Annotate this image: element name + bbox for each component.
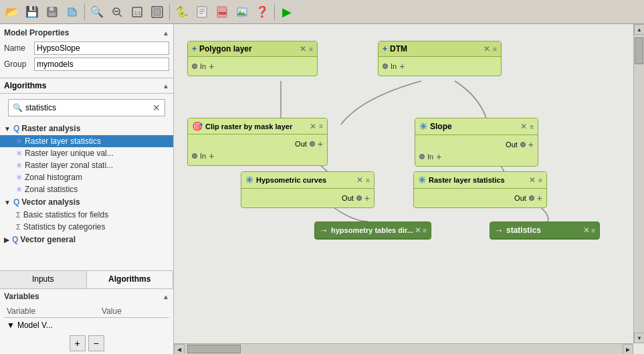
zonal-histogram-item[interactable]: ✳ Zonal histogram — [0, 171, 173, 183]
variables-collapse[interactable]: ▲ — [163, 293, 169, 300]
export-button[interactable] — [63, 3, 82, 21]
dtm-in-dot — [383, 64, 388, 69]
slope-out-plus[interactable]: + — [528, 139, 534, 150]
canvas-scroll[interactable]: + Polygon layer ✕ ≡ In + — [174, 24, 644, 354]
slope-in-plus[interactable]: + — [436, 151, 441, 162]
dtm-expand[interactable]: ≡ — [493, 46, 497, 53]
statistics-output-node[interactable]: → statistics ✕ ≡ — [490, 222, 600, 240]
raster-stats-icon: ✳ — [16, 137, 22, 146]
vector-analysis-arrow: ▼ — [4, 199, 11, 206]
tab-inputs[interactable]: Inputs — [0, 271, 87, 288]
help-button[interactable]: ❓ — [253, 3, 272, 21]
clip-raster-icon: 🎯 — [192, 121, 203, 131]
clip-raster-node[interactable]: 🎯 Clip raster by mask layer ✕ ≡ Out + — [187, 118, 328, 166]
raster-unique-values-item[interactable]: ✳ Raster layer unique val... — [0, 147, 173, 159]
scroll-thumb-h[interactable] — [187, 345, 241, 353]
slope-close[interactable]: ✕ — [520, 122, 527, 131]
raster-zonal-icon: ✳ — [16, 161, 22, 170]
clip-in-dot — [192, 153, 197, 159]
hypsometric-node[interactable]: ✳ Hypsometric curves ✕ ≡ Out + — [241, 171, 374, 208]
group-raster-analysis[interactable]: ▼ Q Raster analysis — [0, 122, 173, 135]
hypsometric-close[interactable]: ✕ — [356, 175, 363, 185]
model-group-input[interactable] — [34, 58, 169, 71]
zoom-in-button[interactable]: 🔍 — [88, 3, 106, 21]
stats-by-categories-item[interactable]: Σ Statistics by categories — [0, 221, 173, 233]
hypsometry-output-node[interactable]: → hypsometry tables dir... ✕ ≡ — [314, 222, 431, 240]
raster-unique-label: Raster layer unique val... — [25, 149, 114, 158]
dtm-node[interactable]: + DTM ✕ ≡ In + — [378, 41, 502, 76]
dtm-close[interactable]: ✕ — [484, 44, 490, 54]
polygon-in-plus[interactable]: + — [209, 61, 214, 72]
model-name-input[interactable] — [34, 41, 169, 55]
tab-algorithms[interactable]: Algorithms — [87, 271, 174, 288]
pdf-button[interactable]: PDF — [213, 3, 231, 21]
raster-zonal-label: Raster layer zonal stati... — [25, 161, 113, 170]
scroll-left-button[interactable]: ◀ — [174, 344, 185, 354]
slope-node[interactable]: ✳ Slope ✕ ≡ Out + — [415, 118, 538, 167]
slope-expand[interactable]: ≡ — [530, 123, 534, 130]
scroll-thumb-v[interactable] — [635, 37, 643, 64]
raster-stats-out-plus[interactable]: + — [537, 193, 542, 203]
hypso-output-expand[interactable]: ≡ — [423, 227, 427, 234]
vector-analysis-label: Vector analysis — [21, 197, 80, 207]
polygon-layer-in-port: In + — [192, 61, 313, 72]
raster-stats-expand[interactable]: ≡ — [538, 177, 542, 184]
slope-icon: ✳ — [419, 121, 427, 132]
clip-out-plus[interactable]: + — [318, 139, 323, 149]
clip-raster-expand[interactable]: ≡ — [319, 122, 323, 130]
run-button[interactable]: ▶ — [278, 3, 296, 21]
basic-stats-fields-item[interactable]: Σ Basic statistics for fields — [0, 209, 173, 221]
canvas-area[interactable]: + Polygon layer ✕ ≡ In + — [174, 24, 644, 354]
scroll-right-button[interactable]: ▶ — [623, 344, 633, 354]
tab-inputs-label: Inputs — [32, 274, 54, 284]
group-vector-analysis[interactable]: ▼ Q Vector analysis — [0, 195, 173, 209]
save-button[interactable]: 💾 — [23, 3, 41, 21]
separator-1 — [84, 4, 85, 20]
raster-zonal-item[interactable]: ✳ Raster layer zonal stati... — [0, 159, 173, 171]
polygon-layer-close[interactable]: ✕ — [300, 44, 306, 54]
stats-output-expand[interactable]: ≡ — [591, 227, 595, 234]
vector-analysis-icon: Q — [13, 197, 19, 207]
hypsometric-expand[interactable]: ≡ — [366, 177, 370, 184]
algorithms-collapse[interactable]: ▲ — [163, 82, 169, 90]
model-properties-collapse[interactable]: ▲ — [163, 29, 169, 37]
zoom-actual-button[interactable]: 1:1 — [128, 3, 146, 21]
group-vector-general[interactable]: ▶ Q Vector general — [0, 233, 173, 246]
algorithm-tree: ▼ Q Raster analysis ✳ Raster layer stati… — [0, 122, 173, 270]
slope-title: Slope — [430, 122, 452, 131]
image-button[interactable] — [233, 3, 251, 21]
raster-stats-node[interactable]: ✳ Raster layer statistics ✕ ≡ Out + — [413, 171, 547, 208]
raster-stats-close[interactable]: ✕ — [529, 175, 536, 185]
zoom-fit-button[interactable] — [148, 3, 167, 21]
zonal-statistics-item[interactable]: ✳ Zonal statistics — [0, 183, 173, 195]
search-clear-button[interactable]: ✕ — [152, 102, 160, 113]
raster-unique-icon: ✳ — [16, 149, 22, 158]
zoom-out-button[interactable] — [108, 3, 126, 21]
dtm-in-plus[interactable]: + — [399, 61, 405, 72]
clip-raster-in-port: In + — [192, 151, 323, 161]
scroll-down-button[interactable]: ▼ — [634, 333, 644, 343]
hypso-output-close[interactable]: ✕ — [415, 226, 421, 235]
zonal-statistics-label: Zonal statistics — [25, 185, 78, 194]
python-button[interactable]: 🐍 — [173, 3, 191, 21]
stats-output-icon: → — [494, 225, 504, 236]
polygon-layer-title: Polygon layer — [199, 44, 252, 54]
raster-analysis-label: Raster analysis — [21, 124, 80, 133]
algorithm-search-input[interactable] — [25, 103, 152, 112]
scroll-up-button[interactable]: ▲ — [634, 24, 644, 35]
vertical-scrollbar[interactable]: ▲ ▼ — [633, 24, 644, 343]
raster-layer-statistics-item[interactable]: ✳ Raster layer statistics — [0, 135, 173, 147]
polygon-layer-expand[interactable]: ≡ — [309, 46, 313, 53]
clip-in-plus[interactable]: + — [209, 151, 214, 161]
open-folder-button[interactable]: 📂 — [3, 3, 21, 21]
polygon-layer-node[interactable]: + Polygon layer ✕ ≡ In + — [187, 41, 318, 76]
save-as-button[interactable] — [43, 3, 62, 21]
stats-output-close[interactable]: ✕ — [583, 226, 590, 235]
script-button[interactable] — [193, 3, 211, 21]
hypso-out-plus[interactable]: + — [364, 193, 370, 203]
clip-raster-close[interactable]: ✕ — [310, 122, 316, 131]
add-variable-button[interactable]: + — [70, 335, 86, 351]
remove-variable-button[interactable]: − — [88, 335, 104, 351]
tab-algorithms-label: Algorithms — [108, 274, 150, 284]
horizontal-scrollbar[interactable]: ◀ ▶ — [174, 343, 633, 354]
